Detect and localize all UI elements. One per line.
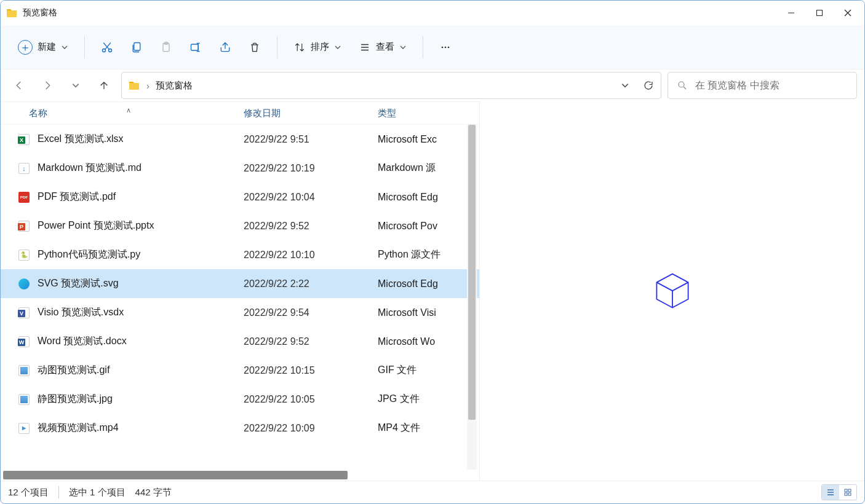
- svg-rect-14: [845, 493, 847, 495]
- cut-button[interactable]: [94, 34, 121, 61]
- details-view-button[interactable]: [822, 485, 839, 500]
- ellipsis-icon: [439, 41, 452, 53]
- address-dropdown-button[interactable]: [616, 77, 634, 94]
- svg-rect-1: [817, 10, 823, 16]
- svg-point-8: [442, 46, 444, 48]
- sort-indicator-icon: ∧: [126, 106, 131, 114]
- delete-button[interactable]: [241, 34, 268, 61]
- copy-icon: [130, 41, 143, 53]
- status-size: 442 字节: [135, 487, 172, 498]
- file-name: Word 预览测试.docx: [38, 335, 244, 348]
- sort-label: 排序: [311, 41, 329, 53]
- file-icon: [18, 394, 30, 405]
- file-type: GIF 文件: [378, 364, 479, 377]
- navbar: › 预览窗格: [1, 69, 864, 101]
- file-type: Microsoft Edg: [378, 278, 479, 289]
- file-row[interactable]: 动图预览测试.gif2022/9/22 10:15GIF 文件: [1, 356, 479, 385]
- file-icon: [18, 365, 30, 376]
- file-row[interactable]: 视频预览测试.mp42022/9/22 10:09MP4 文件: [1, 414, 479, 443]
- file-icon: [18, 423, 30, 434]
- new-label: 新建: [38, 41, 56, 53]
- chevron-right-icon: ›: [146, 81, 149, 91]
- file-list-pane: 名称 ∧ 修改日期 类型 Excel 预览测试.xlsx2022/9/22 9:…: [1, 101, 480, 481]
- chevron-down-icon: [334, 44, 341, 51]
- scissors-icon: [101, 41, 113, 53]
- file-date: 2022/9/22 9:54: [244, 307, 378, 318]
- folder-icon: [128, 79, 140, 92]
- file-row[interactable]: PDF 预览测试.pdf2022/9/22 10:04Microsoft Edg: [1, 183, 479, 211]
- file-row[interactable]: Python代码预览测试.py2022/9/22 10:10Python 源文件: [1, 240, 479, 269]
- up-button[interactable]: [93, 74, 115, 96]
- file-date: 2022/9/22 9:52: [244, 221, 378, 232]
- minimize-button[interactable]: [777, 1, 805, 25]
- new-button[interactable]: ＋ 新建: [10, 34, 76, 61]
- file-icon: [18, 221, 30, 232]
- search-input[interactable]: [695, 80, 848, 91]
- paste-button[interactable]: [153, 34, 180, 61]
- file-row[interactable]: Word 预览测试.docx2022/9/22 9:52Microsoft Wo: [1, 327, 479, 356]
- recent-button[interactable]: [65, 74, 87, 96]
- file-name: Power Point 预览测试.pptx: [38, 219, 244, 232]
- view-label: 查看: [376, 41, 394, 53]
- horizontal-scrollbar[interactable]: [1, 470, 479, 481]
- file-row[interactable]: Visio 预览测试.vsdx2022/9/22 9:54Microsoft V…: [1, 298, 479, 327]
- share-icon: [219, 41, 231, 53]
- file-type: Markdown 源: [378, 162, 479, 175]
- file-name: 视频预览测试.mp4: [38, 422, 244, 435]
- search-box[interactable]: [668, 72, 857, 99]
- file-type: Microsoft Wo: [378, 336, 479, 347]
- copy-button[interactable]: [123, 34, 150, 61]
- sort-icon: [293, 41, 306, 53]
- file-name: Markdown 预览测试.md: [38, 162, 244, 175]
- file-icon: [18, 250, 30, 261]
- column-type[interactable]: 类型: [378, 108, 469, 119]
- rename-button[interactable]: [182, 34, 209, 61]
- status-item-count: 12 个项目: [8, 487, 49, 498]
- share-button[interactable]: [212, 34, 239, 61]
- forward-button[interactable]: [36, 74, 58, 96]
- column-date[interactable]: 修改日期: [244, 108, 378, 119]
- breadcrumb-item[interactable]: 预览窗格: [156, 80, 193, 92]
- sort-button[interactable]: 排序: [286, 34, 349, 61]
- file-row[interactable]: Power Point 预览测试.pptx2022/9/22 9:52Micro…: [1, 211, 479, 240]
- file-icon: [18, 134, 30, 145]
- file-name: PDF 预览测试.pdf: [38, 191, 244, 203]
- file-row[interactable]: Excel 预览测试.xlsx2022/9/22 9:51Microsoft E…: [1, 125, 479, 154]
- column-name[interactable]: 名称 ∧: [1, 108, 244, 119]
- view-button[interactable]: 查看: [351, 34, 414, 61]
- file-name: 静图预览测试.jpg: [38, 393, 244, 406]
- address-bar[interactable]: › 预览窗格: [121, 72, 661, 99]
- back-button[interactable]: [8, 74, 30, 96]
- thumbnails-view-button[interactable]: [839, 485, 856, 500]
- file-name: Python代码预览测试.py: [38, 248, 244, 261]
- file-type: MP4 文件: [378, 422, 479, 435]
- file-row[interactable]: SVG 预览测试.svg2022/9/22 2:22Microsoft Edg: [1, 269, 479, 298]
- file-date: 2022/9/22 9:51: [244, 134, 378, 145]
- svg-rect-4: [134, 42, 140, 50]
- file-icon: [18, 163, 30, 174]
- file-date: 2022/9/22 10:19: [244, 163, 378, 174]
- more-button[interactable]: [432, 34, 459, 61]
- file-date: 2022/9/22 10:04: [244, 192, 378, 203]
- view-icon: [359, 41, 371, 53]
- clipboard-icon: [160, 41, 172, 53]
- file-icon: [18, 307, 30, 318]
- svg-rect-7: [191, 44, 199, 50]
- explorer-window: 预览窗格 ＋ 新建 排序 查看: [0, 0, 865, 504]
- refresh-button[interactable]: [640, 77, 657, 94]
- file-row[interactable]: 静图预览测试.jpg2022/9/22 10:05JPG 文件: [1, 385, 479, 414]
- status-bar: 12 个项目 选中 1 个项目 442 字节: [1, 481, 864, 503]
- svg-rect-13: [848, 489, 851, 492]
- file-date: 2022/9/22 10:05: [244, 394, 378, 405]
- close-button[interactable]: [834, 1, 862, 25]
- file-name: SVG 预览测试.svg: [38, 277, 244, 290]
- file-row[interactable]: Markdown 预览测试.md2022/9/22 10:19Markdown …: [1, 154, 479, 183]
- maximize-button[interactable]: [805, 1, 834, 25]
- file-type: Microsoft Visi: [378, 307, 479, 318]
- vertical-scrollbar[interactable]: [467, 125, 477, 470]
- file-date: 2022/9/22 10:09: [244, 423, 378, 434]
- file-date: 2022/9/22 10:10: [244, 250, 378, 261]
- file-type: Python 源文件: [378, 248, 479, 261]
- file-icon: [18, 278, 30, 289]
- file-type: JPG 文件: [378, 393, 479, 406]
